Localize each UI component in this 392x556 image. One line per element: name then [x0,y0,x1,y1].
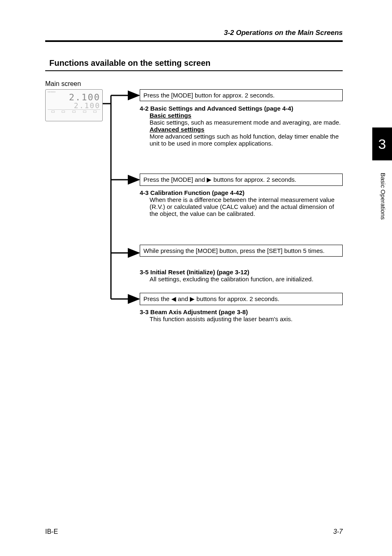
info1-heading: 4-2 Basic Settings and Advanced Settings… [140,105,343,112]
info4-heading: 3-3 Beam Axis Adjustment (page 3-8) [140,308,343,315]
device-display-2: 2.100 [48,102,100,109]
device-buttons [48,109,100,113]
info-block-4: 3-3 Beam Axis Adjustment (page 3-8) This… [140,308,343,322]
connector-lines [103,89,140,320]
info1-body1: Basic settings, such as measurement mode… [150,119,343,126]
instruction-3-text: While pressing the [MODE] button, press … [143,247,325,254]
page-title: Functions available on the setting scree… [49,58,392,68]
instruction-box-1: Press the [MODE] button for approx. 2 se… [140,89,343,101]
section-header: 3-2 Operations on the Main Screens [0,0,392,40]
header-rule [45,40,343,42]
chapter-label: Basic Operations [380,173,387,220]
instruction-box-4: Press the ◀ and ▶ buttons for approx. 2 … [140,293,343,305]
info-block-1: 4-2 Basic Settings and Advanced Settings… [140,105,343,147]
info3-heading: 3-5 Initial Reset (Initialize) (page 3-1… [140,269,343,276]
info-block-3: 3-5 Initial Reset (Initialize) (page 3-1… [140,269,343,283]
info1-sub1: Basic settings [150,112,343,119]
info2-heading: 4-3 Calibration Function (page 4-42) [140,189,343,196]
main-screen-label: Main screen [45,80,392,88]
left-arrow-icon: ◀ [171,295,176,302]
device-display-1: 2.100 [48,93,100,102]
instruction-4-post: buttons for approx. 2 seconds. [195,295,279,302]
instruction-box-3: While pressing the [MODE] button, press … [140,245,343,257]
right-arrow-icon: ▶ [207,176,212,183]
instruction-4-pre: Press the [143,295,171,302]
instruction-box-2: Press the [MODE] and ▶ buttons for appro… [140,174,343,186]
right-arrow-icon-2: ▶ [190,295,195,302]
instruction-2-post: buttons for approx. 2 seconds. [212,176,296,183]
info3-body: All settings, excluding the calibration … [150,276,343,283]
info2-body: When there is a difference between the i… [150,196,343,217]
info4-body: This function assists adjusting the lase… [150,315,343,322]
device-illustration: KEYENCE 2.100 2.100 [45,89,103,121]
title-rule [45,70,343,71]
info1-sub2: Advanced settings [150,126,343,133]
page-footer: IB-E 3-7 [45,528,343,535]
instruction-1-text: Press the [MODE] button for approx. 2 se… [143,92,274,99]
footer-page: 3-7 [333,528,343,535]
instruction-4-mid: and [176,295,190,302]
footer-left: IB-E [45,528,58,535]
info-block-2: 4-3 Calibration Function (page 4-42) Whe… [140,189,343,217]
chapter-tab: 3 [372,127,392,160]
content-area: KEYENCE 2.100 2.100 Press the [MODE] but… [45,89,343,336]
info1-body2: More advanced settings such as hold func… [150,133,343,147]
instruction-2-pre: Press the [MODE] and [143,176,207,183]
